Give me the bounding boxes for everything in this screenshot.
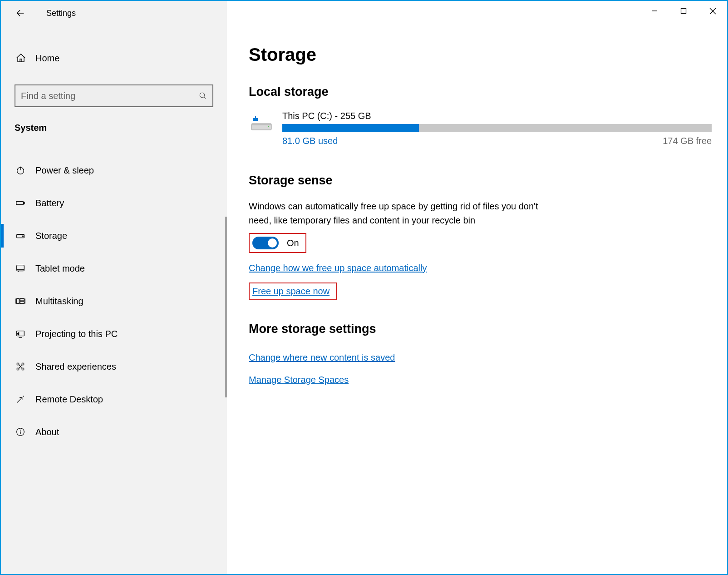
highlight-toggle: On: [249, 233, 306, 253]
sidebar-item-label: Multitasking: [35, 296, 84, 307]
titlebar: Settings: [1, 1, 727, 25]
svg-rect-38: [256, 116, 258, 118]
svg-rect-19: [20, 302, 24, 304]
minimize-button[interactable]: [640, 1, 669, 21]
minimize-icon: [651, 8, 658, 14]
svg-point-13: [23, 236, 24, 237]
sidebar-item-about[interactable]: About: [1, 416, 227, 448]
storage-bar: [282, 124, 712, 132]
sidebar-item-projecting-to-this-pc[interactable]: Projecting to this PC: [1, 317, 227, 350]
svg-point-33: [20, 430, 21, 431]
content-pane: Storage Local storage This PC (C:) - 255…: [227, 25, 727, 574]
remote-icon: [15, 394, 35, 404]
tablet-icon: [15, 263, 35, 273]
multitasking-icon: [15, 296, 35, 306]
sidebar-item-focus-assist[interactable]: Focus assist: [1, 136, 227, 154]
svg-point-16: [18, 271, 19, 272]
back-arrow-icon: [15, 8, 25, 18]
sidebar-item-power-sleep[interactable]: Power & sleep: [1, 154, 227, 187]
link-manage-storage-spaces[interactable]: Manage Storage Spaces: [249, 375, 349, 385]
link-change-where-saved[interactable]: Change where new content is saved: [249, 352, 395, 363]
sidebar-item-label: Shared experiences: [35, 362, 116, 372]
drive-used-label: 81.0 GB used: [282, 136, 338, 146]
link-free-up-now[interactable]: Free up space now: [252, 286, 330, 297]
sidebar-item-storage[interactable]: Storage: [1, 219, 227, 252]
storage-sense-heading: Storage sense: [249, 173, 712, 188]
drive-name: This PC (C:) - 255 GB: [282, 111, 712, 121]
maximize-button[interactable]: [669, 1, 698, 21]
svg-rect-10: [16, 201, 24, 204]
sidebar-item-multitasking[interactable]: Multitasking: [1, 285, 227, 317]
storage-bar-fill: [282, 124, 419, 132]
sidebar-item-label: Storage: [35, 231, 67, 241]
highlight-free-now: Free up space now: [249, 283, 337, 300]
sidebar-home-label: Home: [35, 53, 59, 64]
svg-rect-14: [17, 265, 25, 271]
svg-line-29: [17, 397, 22, 402]
close-icon: [709, 8, 716, 15]
more-storage-heading: More storage settings: [249, 322, 712, 336]
sidebar-nav: Focus assistPower & sleepBatteryStorageT…: [1, 136, 227, 574]
search-icon: [199, 92, 207, 100]
sidebar: Home System Focus assistPower & sleepBat…: [1, 25, 227, 574]
back-button[interactable]: [9, 2, 32, 25]
sidebar-item-battery[interactable]: Battery: [1, 187, 227, 219]
projecting-icon: [15, 329, 35, 339]
svg-rect-18: [20, 299, 24, 301]
drive-icon: [249, 111, 274, 136]
svg-line-6: [204, 97, 206, 99]
sidebar-scrollbar[interactable]: [225, 217, 227, 397]
search-box[interactable]: [15, 84, 213, 107]
svg-rect-35: [251, 124, 271, 125]
sidebar-item-label: About: [35, 427, 59, 437]
sidebar-section-label: System: [15, 123, 227, 133]
drive-free-label: 174 GB free: [663, 136, 712, 146]
svg-line-30: [23, 396, 24, 397]
storage-sense-description: Windows can automatically free up space …: [249, 199, 548, 228]
power-icon: [15, 165, 35, 175]
shared-icon: [15, 362, 35, 372]
window-controls: [640, 1, 727, 25]
svg-rect-2: [681, 9, 686, 14]
drive-row[interactable]: This PC (C:) - 255 GB 81.0 GB used 174 G…: [249, 111, 712, 146]
storage-sense-toggle[interactable]: [252, 237, 279, 249]
sidebar-home[interactable]: Home: [1, 45, 227, 72]
drive-body: This PC (C:) - 255 GB 81.0 GB used 174 G…: [282, 111, 712, 146]
link-change-auto[interactable]: Change how we free up space automaticall…: [249, 263, 427, 273]
local-storage-heading: Local storage: [249, 85, 712, 99]
sidebar-item-remote-desktop[interactable]: Remote Desktop: [1, 383, 227, 416]
close-button[interactable]: [698, 1, 727, 21]
svg-point-5: [200, 93, 205, 98]
page-title: Storage: [249, 45, 712, 65]
about-icon: [15, 427, 35, 437]
sidebar-item-tablet-mode[interactable]: Tablet mode: [1, 252, 227, 285]
sidebar-item-label: Power & sleep: [35, 165, 94, 176]
svg-rect-17: [17, 299, 20, 304]
window-title: Settings: [46, 9, 76, 18]
home-icon: [15, 53, 26, 64]
sidebar-item-label: Projecting to this PC: [35, 329, 118, 339]
toggle-knob: [268, 238, 277, 248]
sidebar-item-label: Battery: [35, 198, 64, 208]
storage-icon: [15, 231, 35, 241]
sidebar-item-label: Remote Desktop: [35, 394, 103, 405]
maximize-icon: [680, 8, 687, 14]
settings-window: Settings Home: [0, 0, 728, 575]
svg-rect-37: [253, 116, 255, 118]
storage-sense-toggle-label: On: [287, 238, 299, 248]
svg-rect-11: [24, 202, 25, 204]
svg-point-39: [268, 126, 269, 127]
battery-icon: [15, 198, 35, 208]
sidebar-item-label: Tablet mode: [35, 263, 85, 274]
search-input[interactable]: [21, 91, 199, 101]
sidebar-item-shared-experiences[interactable]: Shared experiences: [1, 350, 227, 383]
